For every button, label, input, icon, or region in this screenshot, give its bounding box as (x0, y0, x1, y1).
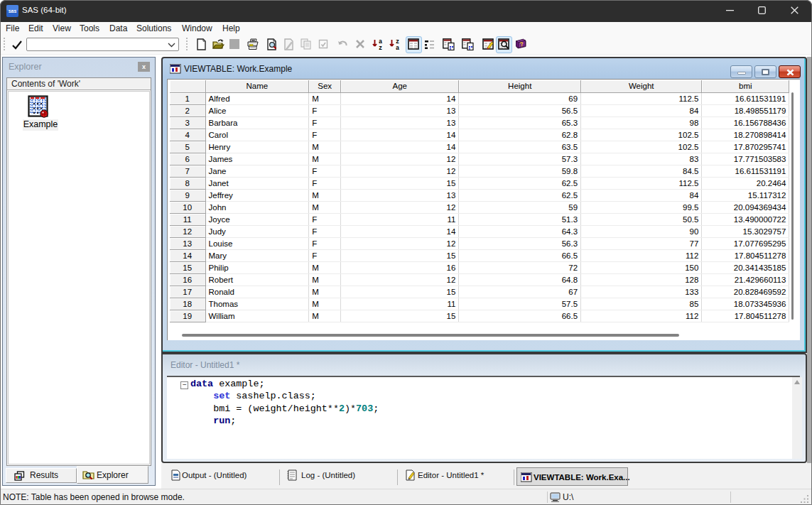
svg-text:sas: sas (9, 9, 17, 13)
svg-text:a: a (396, 45, 399, 50)
svg-text:z: z (379, 45, 382, 50)
